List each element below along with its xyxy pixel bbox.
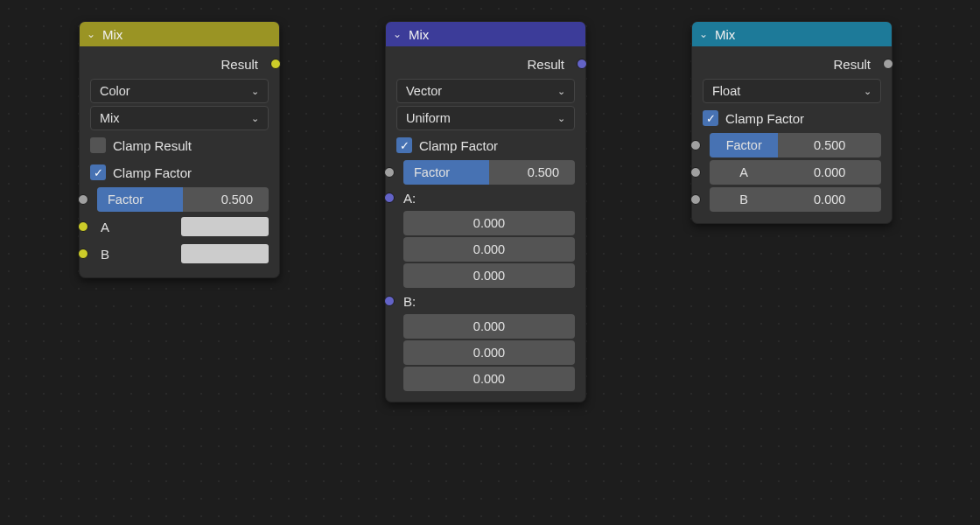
vector-b-x[interactable]: 0.000 [403, 314, 575, 339]
output-result: Result [83, 52, 276, 76]
chevron-down-icon: ⌄ [251, 86, 259, 97]
checkbox-on-icon: ✓ [396, 137, 412, 153]
field-label: B [710, 187, 778, 212]
input-b-label-row: B: [403, 290, 575, 312]
slider-label: Factor [403, 165, 528, 179]
input-a-row: A 0.000 [710, 160, 881, 185]
clamp-factor-toggle[interactable]: ✓ Clamp Factor [396, 133, 575, 158]
chevron-down-icon: ⌄ [557, 86, 565, 97]
input-label: A [97, 220, 181, 234]
socket-input-b[interactable] [384, 296, 395, 306]
checkbox-label: Clamp Result [113, 138, 192, 153]
field-value: 0.000 [778, 187, 881, 212]
data-type-dropdown[interactable]: Vector ⌄ [396, 79, 575, 103]
clamp-factor-toggle[interactable]: ✓ Clamp Factor [703, 106, 881, 130]
socket-input-factor[interactable] [690, 140, 701, 150]
factor-input-row: Factor 0.500 [97, 187, 269, 212]
output-label: Result [527, 57, 564, 72]
socket-input-factor[interactable] [384, 167, 395, 178]
checkbox-on-icon: ✓ [90, 164, 106, 180]
factor-mode-dropdown[interactable]: Uniform ⌄ [396, 106, 575, 130]
input-b-row: B [97, 242, 269, 266]
node-header[interactable]: ⌄ Mix [692, 22, 892, 46]
chevron-down-icon[interactable]: ⌄ [699, 28, 708, 40]
slider-value: 0.500 [221, 192, 269, 206]
node-header[interactable]: ⌄ Mix [80, 22, 279, 46]
clamp-factor-toggle[interactable]: ✓ Clamp Factor [90, 160, 269, 185]
color-swatch-b[interactable] [181, 244, 269, 263]
input-a-row: A [97, 214, 269, 239]
output-label: Result [833, 57, 871, 72]
socket-input-a[interactable] [78, 221, 88, 232]
socket-input-a[interactable] [384, 192, 395, 203]
input-label: A: [403, 191, 416, 206]
input-b-row: B 0.000 [710, 187, 881, 212]
data-type-dropdown[interactable]: Float ⌄ [703, 79, 881, 103]
field-label: Factor [710, 133, 778, 158]
node-body: Result Float ⌄ ✓ Clamp Factor Factor 0.5… [692, 46, 892, 223]
checkbox-label: Clamp Factor [725, 111, 804, 126]
dropdown-value: Uniform [406, 111, 451, 125]
b-field[interactable]: B 0.000 [710, 187, 881, 212]
chevron-down-icon: ⌄ [251, 113, 259, 124]
dropdown-value: Mix [100, 111, 120, 125]
node-title: Mix [409, 27, 429, 42]
checkbox-off-icon [90, 137, 106, 153]
slider-label: Factor [97, 192, 221, 206]
factor-field[interactable]: Factor 0.500 [710, 133, 881, 158]
input-label: B: [403, 294, 416, 309]
dropdown-value: Color [100, 84, 130, 98]
node-title: Mix [102, 27, 122, 42]
checkbox-label: Clamp Factor [419, 138, 498, 153]
factor-input-row: Factor 0.500 [403, 160, 575, 185]
chevron-down-icon: ⌄ [557, 113, 565, 124]
chevron-down-icon[interactable]: ⌄ [87, 28, 95, 40]
node-header[interactable]: ⌄ Mix [386, 22, 585, 46]
socket-output-float[interactable] [883, 59, 893, 69]
output-result: Result [389, 52, 582, 76]
input-a-label-row: A: [403, 187, 575, 208]
node-title: Mix [715, 27, 735, 42]
socket-output-color[interactable] [270, 59, 281, 69]
checkbox-on-icon: ✓ [703, 110, 718, 126]
field-value: 0.000 [778, 160, 881, 185]
factor-slider[interactable]: Factor 0.500 [403, 160, 575, 185]
socket-input-factor[interactable] [78, 194, 88, 205]
factor-input-row: Factor 0.500 [710, 133, 881, 158]
mix-vector-node[interactable]: ⌄ Mix Result Vector ⌄ Uniform ⌄ ✓ Clamp … [385, 21, 586, 402]
checkbox-label: Clamp Factor [113, 165, 192, 180]
field-label: A [710, 160, 778, 185]
clamp-result-toggle[interactable]: Clamp Result [90, 133, 269, 158]
data-type-dropdown[interactable]: Color ⌄ [90, 79, 269, 103]
vector-a-y[interactable]: 0.000 [403, 237, 575, 262]
chevron-down-icon[interactable]: ⌄ [393, 28, 402, 40]
output-result: Result [696, 52, 888, 76]
node-body: Result Color ⌄ Mix ⌄ Clamp Result ✓ Clam… [80, 46, 279, 277]
socket-input-b[interactable] [690, 194, 701, 205]
vector-a-z[interactable]: 0.000 [403, 263, 575, 288]
socket-input-b[interactable] [78, 248, 88, 259]
chevron-down-icon: ⌄ [864, 86, 872, 97]
socket-input-a[interactable] [690, 167, 701, 178]
vector-b-z[interactable]: 0.000 [403, 367, 575, 391]
socket-output-vector[interactable] [577, 59, 587, 69]
vector-a-x[interactable]: 0.000 [403, 211, 575, 235]
node-body: Result Vector ⌄ Uniform ⌄ ✓ Clamp Factor… [386, 46, 585, 402]
input-label: B [97, 247, 181, 262]
mix-color-node[interactable]: ⌄ Mix Result Color ⌄ Mix ⌄ Clamp Result … [79, 21, 280, 278]
vector-b-y[interactable]: 0.000 [403, 340, 575, 365]
slider-value: 0.500 [528, 165, 575, 179]
color-swatch-a[interactable] [181, 217, 269, 236]
dropdown-value: Float [712, 84, 740, 98]
field-value: 0.500 [778, 133, 881, 158]
factor-slider[interactable]: Factor 0.500 [97, 187, 269, 212]
a-field[interactable]: A 0.000 [710, 160, 881, 185]
output-label: Result [220, 57, 258, 72]
dropdown-value: Vector [406, 84, 442, 98]
blend-mode-dropdown[interactable]: Mix ⌄ [90, 106, 269, 130]
mix-float-node[interactable]: ⌄ Mix Result Float ⌄ ✓ Clamp Factor Fact… [691, 21, 892, 224]
